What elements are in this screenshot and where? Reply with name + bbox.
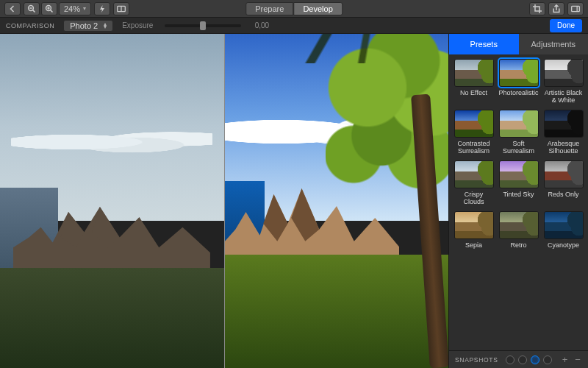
tab-develop-label: Develop [303,4,332,13]
snapshots-label: SNAPSHOTS [455,356,498,364]
snapshot-dot[interactable] [518,355,527,364]
snapshot-dot[interactable] [531,355,539,364]
preset-label: Reds Only [548,191,578,207]
preset-thumb[interactable] [499,211,539,239]
preset-item: Cyanotype [543,211,584,258]
tab-presets[interactable]: Presets [449,34,519,54]
preset-item: Tinted Sky [498,160,539,207]
preset-label: Sepia [465,241,482,258]
snapshot-dot[interactable] [506,355,514,364]
compare-pane-right [225,34,449,368]
exposure-label: Exposure [122,21,159,29]
zoom-in-button[interactable] [41,2,57,15]
exposure-value: 0,00 [247,21,269,29]
preset-label: Soft Surrealism [498,140,539,156]
snapshot-dot[interactable] [543,355,552,364]
preset-label: Photorealistic [498,89,538,105]
preset-label: Contrasted Surrealism [453,140,494,156]
preset-thumb[interactable] [544,59,584,87]
preset-label: Arabesque Silhouette [543,140,584,156]
comparison-label: COMPARISON [6,22,54,29]
zoom-level-value: 24% [64,4,80,13]
compare-pane-left [0,34,224,368]
preset-item: Crispy Clouds [453,160,494,207]
snapshots-bar: SNAPSHOTS + − [449,350,588,368]
preset-thumb[interactable] [499,59,539,87]
preset-item: Photorealistic [498,59,539,105]
preset-thumb[interactable] [454,59,494,87]
preset-thumb[interactable] [499,110,539,138]
snapshot-remove-button[interactable]: − [573,354,582,365]
preset-item: Reds Only [543,160,584,207]
preset-thumb[interactable] [544,110,584,138]
exposure-slider[interactable]: Exposure 0,00 [122,21,269,29]
tab-develop[interactable]: Develop [293,2,342,15]
preset-item: Retro [498,211,539,258]
compare-subbar: COMPARISON Photo 2 ▴▾ Exposure 0,00 Done [0,18,588,34]
preset-item: Soft Surrealism [498,110,539,156]
compare-photo-select[interactable]: Photo 2 ▴▾ [63,20,113,32]
preset-thumb[interactable] [544,160,584,188]
preset-thumb[interactable] [544,211,584,239]
preset-item: Sepia [453,211,494,258]
preset-thumb[interactable] [454,211,494,239]
preset-label: Tinted Sky [503,191,534,207]
panel-toggle-button[interactable] [567,2,584,15]
tab-prepare[interactable]: Prepare [245,2,293,15]
preset-item: Artistic Black & White [543,59,584,105]
chevron-down-icon: ▾ [83,5,86,12]
done-label: Done [557,21,575,29]
mode-tabs: Prepare Develop [245,2,343,15]
preset-thumb[interactable] [499,160,539,188]
updown-icon: ▴▾ [104,23,107,29]
image-canvas[interactable] [0,34,448,368]
preset-item: No Effect [453,59,494,105]
compare-container [0,34,448,368]
zoom-level-select[interactable]: 24% ▾ [59,2,91,15]
compare-photo-value: Photo 2 [70,21,98,30]
exposure-track[interactable] [165,24,241,27]
snapshot-dots [506,355,552,364]
exposure-thumb[interactable] [200,21,206,30]
top-toolbar: 24% ▾ Prepare Develop [0,0,588,18]
preset-thumb[interactable] [454,110,494,138]
tree-foreground [340,34,448,368]
preset-label: Crispy Clouds [453,191,494,207]
crop-button[interactable] [529,2,545,15]
tab-presets-label: Presets [470,40,498,49]
back-button[interactable] [4,2,21,15]
share-button[interactable] [548,2,564,15]
compare-view-button[interactable] [113,2,129,15]
svg-rect-3 [572,6,580,11]
right-panel: Presets Adjustments No EffectPhotorealis… [448,34,588,368]
done-button[interactable]: Done [550,19,582,32]
preset-item: Contrasted Surrealism [453,110,494,156]
preset-label: Artistic Black & White [543,89,584,105]
preset-label: No Effect [460,89,487,105]
presets-grid: No EffectPhotorealisticArtistic Black & … [449,54,588,350]
preset-thumb[interactable] [454,160,494,188]
tab-adjustments[interactable]: Adjustments [519,34,589,54]
flash-button[interactable] [94,2,110,15]
main-area: Presets Adjustments No EffectPhotorealis… [0,34,588,368]
snapshot-add-button[interactable]: + [561,354,570,365]
preset-label: Cyanotype [548,241,579,258]
preset-label: Retro [510,241,526,258]
zoom-out-button[interactable] [24,2,40,15]
panel-tabs: Presets Adjustments [449,34,588,54]
tab-prepare-label: Prepare [255,4,284,13]
tab-adjustments-label: Adjustments [531,40,576,49]
app-root: 24% ▾ Prepare Develop COMPARISON Photo 2 [0,0,588,368]
preset-item: Arabesque Silhouette [543,110,584,156]
